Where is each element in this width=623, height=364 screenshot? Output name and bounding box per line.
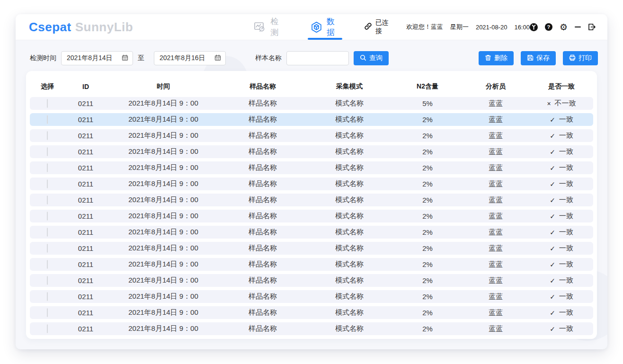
cell-analyst: 蓝蓝 xyxy=(462,228,530,237)
save-button[interactable]: 保存 xyxy=(521,51,556,65)
cell-id: 0211 xyxy=(65,132,107,140)
consistency-status-label: 一致 xyxy=(559,324,573,333)
query-button[interactable]: 查询 xyxy=(354,51,389,65)
row-checkbox[interactable] xyxy=(47,324,48,333)
cell-time: 2021年8月14日 9：00 xyxy=(107,308,220,317)
row-checkbox[interactable] xyxy=(47,244,48,253)
date-to-input[interactable]: 2021年8月16日 xyxy=(154,51,226,65)
cell-n2: 2% xyxy=(393,276,462,284)
calendar-icon xyxy=(122,54,128,62)
settings-gear-icon[interactable]: ⚙ xyxy=(560,23,568,32)
table-row[interactable]: 0211 2021年8月14日 9：00 样品名称 模式名称 2% 蓝蓝 ✓ 一… xyxy=(30,210,593,222)
connection-label: 已连接 xyxy=(375,18,393,36)
table-row[interactable]: 0211 2021年8月14日 9：00 样品名称 模式名称 2% 蓝蓝 ✓ 一… xyxy=(30,178,593,190)
cell-analyst: 蓝蓝 xyxy=(462,324,530,333)
logout-icon[interactable] xyxy=(588,23,596,31)
cell-time: 2021年8月14日 9：00 xyxy=(107,163,220,172)
table-row[interactable]: 0211 2021年8月14日 9：00 样品名称 模式名称 2% 蓝蓝 ✓ 一… xyxy=(30,322,593,335)
row-checkbox[interactable] xyxy=(47,308,48,317)
app-window: Csepat SunnyLib 检测 xyxy=(16,14,607,349)
table-row[interactable]: 0211 2021年8月14日 9：00 样品名称 模式名称 2% 蓝蓝 ✓ 一… xyxy=(30,274,593,287)
consistency-status-label: 一致 xyxy=(559,276,573,285)
cell-n2: 2% xyxy=(393,244,462,252)
table-row[interactable]: 0211 2021年8月14日 9：00 样品名称 模式名称 2% 蓝蓝 ✓ 一… xyxy=(30,194,593,206)
table-row[interactable]: 0211 2021年8月14日 9：00 样品名称 模式名称 2% 蓝蓝 ✓ 一… xyxy=(30,258,593,271)
table-row[interactable]: 0211 2021年8月14日 9：00 样品名称 模式名称 2% 蓝蓝 ✓ 一… xyxy=(30,161,593,174)
tab-data[interactable]: 数据 xyxy=(311,14,339,40)
consistency-status-label: 一致 xyxy=(559,195,573,204)
welcome-text: 欢迎您！蓝蓝 xyxy=(406,23,443,31)
row-checkbox[interactable] xyxy=(47,147,48,156)
cell-consistency: ✓ 一致 xyxy=(530,147,593,156)
table-row[interactable]: 0211 2021年8月14日 9：00 样品名称 模式名称 2% 蓝蓝 ✓ 一… xyxy=(30,145,593,158)
row-checkbox[interactable] xyxy=(47,195,48,204)
cell-sample: 样品名称 xyxy=(220,147,305,156)
row-checkbox[interactable] xyxy=(47,212,48,221)
cell-consistency: × 不一致 xyxy=(530,99,593,108)
link-icon xyxy=(364,22,372,32)
cell-consistency: ✓ 一致 xyxy=(530,228,593,237)
table-row[interactable]: 0211 2021年8月14日 9：00 样品名称 模式名称 2% 蓝蓝 ✓ 一… xyxy=(30,226,593,239)
consistency-status-icon: ✓ xyxy=(550,325,555,333)
to-label: 至 xyxy=(138,54,144,62)
date-text: 2021-08-20 xyxy=(476,24,507,31)
row-checkbox[interactable] xyxy=(47,131,48,140)
cell-analyst: 蓝蓝 xyxy=(462,179,530,188)
consistency-status-icon: ✓ xyxy=(550,309,555,317)
table-row[interactable]: 0211 2021年8月14日 9：00 样品名称 模式名称 2% 蓝蓝 ✓ 一… xyxy=(30,129,593,142)
cell-consistency: ✓ 一致 xyxy=(530,244,593,253)
cell-sample: 样品名称 xyxy=(220,260,305,269)
cell-consistency: ✓ 一致 xyxy=(530,308,593,317)
cell-analyst: 蓝蓝 xyxy=(462,244,530,253)
print-button[interactable]: 打印 xyxy=(563,51,598,65)
cell-id: 0211 xyxy=(65,228,107,236)
row-checkbox[interactable] xyxy=(47,179,48,188)
cell-analyst: 蓝蓝 xyxy=(462,99,530,108)
help-icon[interactable]: ? xyxy=(545,23,552,31)
minimize-icon[interactable] xyxy=(575,27,581,28)
cell-mode: 模式名称 xyxy=(305,131,393,140)
column-header-time: 时间 xyxy=(107,82,220,91)
table-row[interactable]: 0211 2021年8月14日 9：00 样品名称 模式名称 5% 蓝蓝 × 不… xyxy=(30,97,593,110)
consistency-status-icon: ✓ xyxy=(550,245,555,252)
weekday-text: 星期一 xyxy=(450,23,469,31)
cell-consistency: ✓ 一致 xyxy=(530,131,593,140)
table-row[interactable]: 0211 2021年8月14日 9：00 样品名称 模式名称 2% 蓝蓝 ✓ 一… xyxy=(30,113,593,126)
sample-name-input[interactable] xyxy=(286,51,349,65)
main-nav: 检测 数据 xyxy=(254,14,339,40)
cell-analyst: 蓝蓝 xyxy=(462,195,530,204)
cell-analyst: 蓝蓝 xyxy=(462,163,530,172)
table-row[interactable]: 0211 2021年8月14日 9：00 样品名称 模式名称 2% 蓝蓝 ✓ 一… xyxy=(30,290,593,303)
row-checkbox[interactable] xyxy=(47,99,48,108)
cell-sample: 样品名称 xyxy=(220,276,305,285)
date-from-input[interactable]: 2021年8月14日 xyxy=(61,51,133,65)
cell-time: 2021年8月14日 9：00 xyxy=(107,131,220,140)
row-checkbox[interactable] xyxy=(47,115,48,124)
cell-mode: 模式名称 xyxy=(305,292,393,301)
cell-mode: 模式名称 xyxy=(305,99,393,108)
cell-n2: 2% xyxy=(393,293,462,301)
row-checkbox[interactable] xyxy=(47,260,48,269)
table-row[interactable]: 0211 2021年8月14日 9：00 样品名称 模式名称 2% 蓝蓝 ✓ 一… xyxy=(30,242,593,255)
wrench-icon[interactable] xyxy=(530,23,538,31)
cell-mode: 模式名称 xyxy=(305,212,393,221)
cell-id: 0211 xyxy=(65,244,107,252)
cell-analyst: 蓝蓝 xyxy=(462,308,530,317)
query-button-label: 查询 xyxy=(369,54,383,62)
consistency-status-label: 不一致 xyxy=(555,99,576,108)
cell-consistency: ✓ 一致 xyxy=(530,163,593,172)
row-checkbox[interactable] xyxy=(47,276,48,285)
app-header: Csepat SunnyLib 检测 xyxy=(16,14,607,40)
consistency-status-label: 一致 xyxy=(559,260,573,269)
row-checkbox[interactable] xyxy=(47,228,48,237)
table-row[interactable]: 0211 2021年8月14日 9：00 样品名称 模式名称 2% 蓝蓝 ✓ 一… xyxy=(30,306,593,319)
cell-sample: 样品名称 xyxy=(220,179,305,188)
column-header-sample: 样品名称 xyxy=(220,82,305,91)
row-checkbox[interactable] xyxy=(47,292,48,301)
tab-detection[interactable]: 检测 xyxy=(254,14,283,40)
cell-time: 2021年8月14日 9：00 xyxy=(107,179,220,188)
cell-analyst: 蓝蓝 xyxy=(462,292,530,301)
delete-button[interactable]: 删除 xyxy=(479,51,514,65)
cell-consistency: ✓ 一致 xyxy=(530,195,593,204)
row-checkbox[interactable] xyxy=(47,163,48,172)
